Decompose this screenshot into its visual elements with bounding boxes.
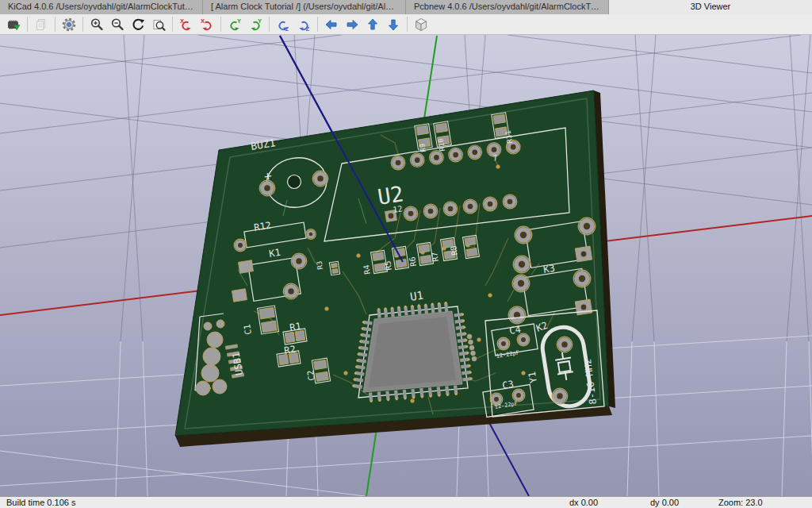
zoom-in-button[interactable] bbox=[87, 15, 106, 33]
render-options-icon bbox=[62, 17, 76, 32]
svg-text:Y: Y bbox=[237, 17, 241, 25]
move-right-icon bbox=[345, 17, 359, 32]
silkscreen-label-10: R6 bbox=[408, 256, 418, 267]
zoom-out-button[interactable] bbox=[108, 15, 127, 33]
move-down-icon bbox=[386, 17, 400, 32]
move-down-button[interactable] bbox=[384, 15, 403, 33]
build-time-text: Build time 0.106 s bbox=[6, 497, 75, 508]
redraw-icon bbox=[131, 17, 145, 32]
toolbar-separator bbox=[317, 17, 318, 32]
silkscreen-label-27: C3 bbox=[501, 379, 514, 391]
silkscreen-label-22: K3 bbox=[542, 263, 555, 275]
rotate-z-ccw-button[interactable]: Z bbox=[294, 15, 313, 33]
window-tab-1[interactable]: KiCad 4.0.6 /Users/oyvdahl/git/AlarmCloc… bbox=[0, 0, 203, 14]
silkscreen-label-17: C1 bbox=[242, 323, 254, 335]
zoom-fit-icon bbox=[151, 17, 166, 32]
rotate-x-ccw-icon: X bbox=[200, 17, 214, 32]
silkscreen-label-19: R2 bbox=[283, 344, 296, 356]
svg-text:X: X bbox=[201, 17, 205, 25]
svg-text:Z: Z bbox=[285, 25, 289, 32]
rotate-y-cw-icon: Y bbox=[228, 17, 242, 32]
window-tab-4[interactable]: 3D Viewer bbox=[609, 0, 812, 14]
rotate-y-cw-button[interactable]: Y bbox=[225, 15, 244, 33]
silkscreen-label-12: R8 bbox=[449, 245, 459, 256]
copy-image-icon bbox=[34, 17, 48, 32]
zoom-fit-button[interactable] bbox=[149, 15, 168, 33]
toolbar-separator bbox=[220, 17, 221, 32]
silkscreen-label-11: R7 bbox=[430, 252, 440, 263]
redraw-button[interactable] bbox=[128, 15, 147, 33]
silkscreen-label-7: R3 bbox=[315, 260, 324, 270]
move-left-button[interactable] bbox=[322, 15, 341, 33]
silkscreen-label-16: U1 bbox=[409, 289, 424, 303]
move-right-button[interactable] bbox=[343, 15, 362, 33]
toolbar-separator bbox=[172, 17, 173, 32]
rotate-y-ccw-button[interactable]: Y bbox=[246, 15, 265, 33]
silkscreen-label-20: C2 bbox=[305, 369, 317, 381]
toolbar-separator bbox=[82, 17, 83, 32]
rotate-z-ccw-icon: Z bbox=[297, 17, 311, 32]
zoom-in-icon bbox=[90, 17, 104, 32]
silkscreen-label-3: 12 bbox=[393, 204, 404, 214]
reload-board-icon bbox=[6, 17, 21, 32]
rotate-x-cw-button[interactable]: X bbox=[177, 15, 196, 33]
silkscreen-label-23: C4 bbox=[508, 324, 521, 337]
toolbar-separator bbox=[407, 17, 408, 32]
toolbar-separator bbox=[55, 17, 56, 32]
window-tab-bar: KiCad 4.0.6 /Users/oyvdahl/git/AlarmCloc… bbox=[0, 0, 812, 14]
move-up-button[interactable] bbox=[363, 15, 382, 33]
rotate-x-cw-icon: X bbox=[179, 17, 193, 32]
ortho-view-icon bbox=[414, 17, 428, 32]
kicad-3d-viewer-window: KiCad 4.0.6 /Users/oyvdahl/git/AlarmCloc… bbox=[0, 0, 812, 508]
window-tab-2[interactable]: [ Alarm Clock Tutorial /] (/Users/oyvdah… bbox=[203, 0, 406, 14]
svg-text:Z: Z bbox=[306, 25, 310, 32]
silkscreen-label-8: R4 bbox=[362, 264, 372, 275]
svg-text:X: X bbox=[180, 17, 184, 25]
toolbar: XXYYZZ bbox=[0, 14, 812, 35]
silkscreen-label-13: R9 bbox=[418, 143, 427, 152]
status-dy: dy 0.00 bbox=[650, 497, 679, 508]
silkscreen-label-26: Y1 bbox=[527, 371, 539, 383]
toolbar-separator bbox=[269, 17, 270, 32]
svg-text:Y: Y bbox=[258, 17, 262, 25]
move-up-icon bbox=[366, 17, 380, 32]
rotate-x-ccw-button[interactable]: X bbox=[197, 15, 216, 33]
move-left-icon bbox=[324, 17, 339, 32]
3d-scene[interactable]: BUZ1+U2127R12K1R3R4R5R6R7R8R9R10R11U1C1R… bbox=[0, 35, 812, 496]
rotate-y-ccw-icon: Y bbox=[248, 17, 262, 32]
reload-board-button[interactable] bbox=[4, 15, 23, 33]
rotate-z-cw-button[interactable]: Z bbox=[274, 15, 293, 33]
ortho-view-button[interactable] bbox=[412, 15, 431, 33]
status-bar: Build time 0.106 s dx 0.00 dy 0.00 Zoom:… bbox=[0, 496, 812, 508]
silkscreen-label-6: K1 bbox=[268, 247, 281, 260]
zoom-out-icon bbox=[110, 17, 124, 32]
render-options-button[interactable] bbox=[59, 15, 79, 33]
silkscreen-label-18: R1 bbox=[289, 321, 301, 333]
3d-viewport[interactable]: BUZ1+U2127R12K1R3R4R5R6R7R8R9R10R11U1C1R… bbox=[0, 35, 812, 496]
silkscreen-label-9: R5 bbox=[383, 260, 393, 271]
window-tab-3[interactable]: Pcbnew 4.0.6 /Users/oyvdahl/git/AlarmClo… bbox=[406, 0, 609, 14]
status-dx: dx 0.00 bbox=[569, 497, 598, 508]
copy-image-button bbox=[32, 15, 51, 33]
toolbar-separator bbox=[27, 17, 28, 32]
rotate-z-cw-icon: Z bbox=[276, 17, 290, 32]
status-zoom: Zoom: 23.0 bbox=[718, 497, 763, 508]
